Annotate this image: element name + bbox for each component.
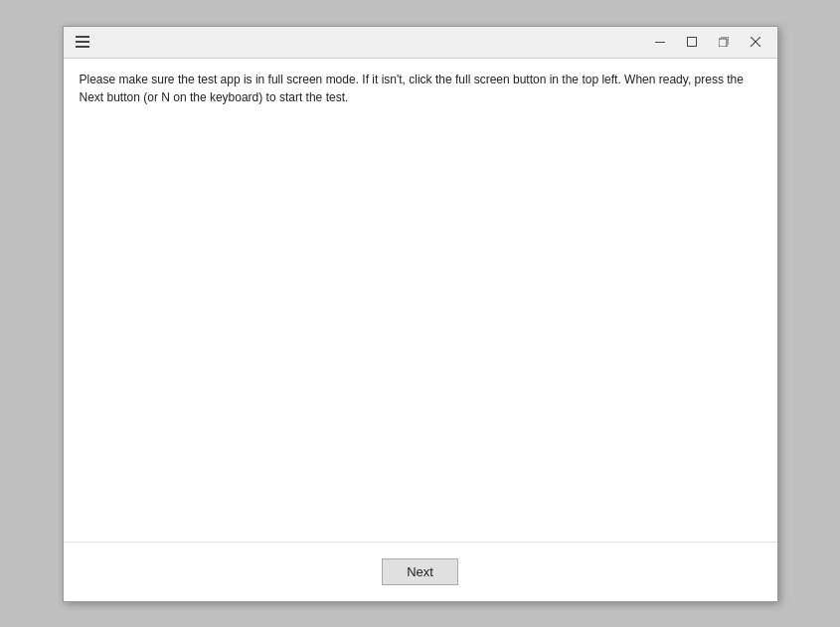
maximize-button[interactable] [678, 30, 706, 54]
menu-icon[interactable] [72, 32, 93, 52]
instructions-text: Please make sure the test app is in full… [80, 71, 761, 106]
content-area: Please make sure the test app is in full… [64, 59, 777, 542]
minimize-button[interactable] [646, 30, 674, 54]
titlebar [64, 27, 777, 59]
svg-rect-1 [687, 38, 696, 47]
main-window: Please make sure the test app is in full… [63, 26, 778, 602]
titlebar-controls [646, 30, 769, 54]
close-button[interactable] [742, 30, 769, 54]
restore-button[interactable] [710, 30, 738, 54]
footer: Next [64, 542, 777, 601]
next-button[interactable]: Next [382, 558, 458, 585]
titlebar-left [72, 32, 93, 52]
svg-rect-0 [655, 42, 665, 43]
